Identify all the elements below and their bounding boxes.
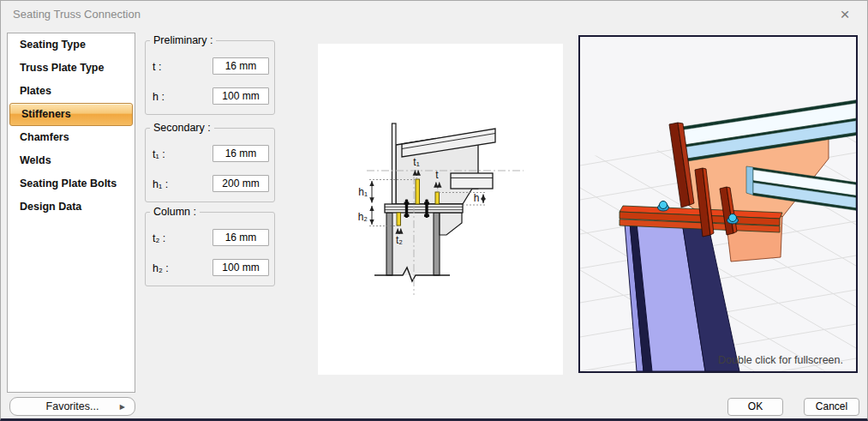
seating-plate	[385, 204, 463, 213]
sidebar-item-seating-type[interactable]: Seating Type	[9, 33, 134, 57]
field-label-h2: h₂ :	[153, 262, 169, 274]
favorites-expand-icon: ▶	[120, 398, 125, 416]
seating-truss-connection-dialog: Seating Truss Connection × Seating Type …	[0, 0, 868, 421]
sidebar-item-chamfers[interactable]: Chamfers	[9, 126, 134, 149]
column-flange-left	[386, 213, 392, 275]
stiffener-t2	[397, 213, 401, 226]
column-flange-right	[434, 213, 440, 275]
viewport-3d[interactable]: Double click for fullscreen.	[578, 35, 858, 373]
sidebar-item-stiffeners[interactable]: Stiffeners	[9, 103, 133, 126]
sidebar-item-welds[interactable]: Welds	[9, 149, 134, 172]
input-h[interactable]	[213, 87, 269, 105]
input-h1[interactable]	[213, 175, 269, 192]
stiffener-t1	[416, 179, 420, 204]
input-t[interactable]	[213, 57, 269, 75]
group-column-title: Column :	[150, 206, 200, 218]
input-t1[interactable]	[213, 145, 269, 162]
truss-plate-edge	[392, 123, 397, 204]
field-label-h1: h₁ :	[153, 178, 168, 190]
fullscreen-hint: Double click for fullscreen.	[718, 354, 843, 366]
field-label-h: h :	[153, 91, 165, 103]
sidebar-item-plates[interactable]: Plates	[9, 80, 134, 103]
cancel-button[interactable]: Cancel	[804, 398, 859, 416]
connection-diagram: t₁ t h₁ h₂ t₂ h	[318, 44, 563, 375]
window-title: Seating Truss Connection	[13, 8, 141, 21]
favorites-label: Favorites...	[46, 400, 99, 412]
viewport-3d-render[interactable]	[580, 37, 856, 371]
group-preliminary: Preliminary : t : h :	[145, 40, 275, 115]
diagram-page: t₁ t h₁ h₂ t₂ h	[318, 44, 563, 375]
ok-button[interactable]: OK	[727, 398, 783, 416]
secondary-beam	[451, 173, 493, 189]
diagram-label-t1: t₁	[413, 156, 419, 168]
input-h2[interactable]	[213, 259, 269, 276]
group-secondary-title: Secondary :	[150, 122, 214, 134]
favorites-button[interactable]: Favorites... ▶	[9, 397, 135, 416]
field-label-t: t :	[153, 61, 161, 73]
field-label-t2: t₂ :	[153, 232, 165, 244]
input-t2[interactable]	[213, 229, 269, 246]
close-icon[interactable]: ×	[833, 3, 857, 26]
group-preliminary-title: Preliminary :	[150, 34, 216, 46]
seat-bracket	[440, 213, 462, 235]
diagram-label-h: h	[474, 192, 480, 204]
group-column: Column : t₂ : h₂ :	[145, 212, 275, 286]
diagram-label-h1: h₁	[358, 186, 368, 198]
diagram-label-h2: h₂	[358, 211, 368, 223]
group-secondary: Secondary : t₁ : h₁ :	[145, 128, 275, 202]
sidebar: Seating Type Truss Plate Type Plates Sti…	[7, 33, 135, 393]
field-label-t1: t₁ :	[153, 148, 165, 160]
sidebar-item-design-data[interactable]: Design Data	[9, 195, 134, 219]
sidebar-item-seating-plate-bolts[interactable]: Seating Plate Bolts	[9, 172, 134, 195]
sidebar-item-truss-plate-type[interactable]: Truss Plate Type	[9, 57, 134, 80]
title-bar[interactable]: Seating Truss Connection ×	[1, 1, 867, 28]
stiffener-t	[435, 192, 440, 204]
diagram-label-t2: t₂	[396, 234, 403, 246]
